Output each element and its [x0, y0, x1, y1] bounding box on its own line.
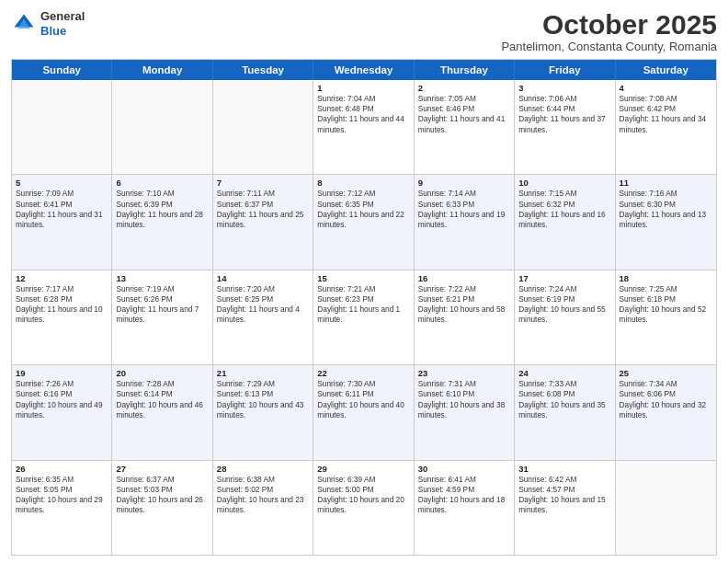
calendar-cell-10: 10Sunrise: 7:15 AMSunset: 6:32 PMDayligh… [515, 175, 615, 269]
calendar-cell-6: 6Sunrise: 7:10 AMSunset: 6:39 PMDaylight… [112, 175, 212, 269]
calendar-cell-2: 2Sunrise: 7:05 AMSunset: 6:46 PMDaylight… [415, 80, 515, 174]
day-info: Sunrise: 7:26 AMSunset: 6:16 PMDaylight:… [16, 379, 108, 420]
day-info: Sunrise: 6:37 AMSunset: 5:03 PMDaylight:… [116, 475, 208, 516]
calendar-cell-14: 14Sunrise: 7:20 AMSunset: 6:25 PMDayligh… [213, 270, 313, 364]
calendar-cell-31: 31Sunrise: 6:42 AMSunset: 4:57 PMDayligh… [515, 461, 615, 555]
title-area: October 2025 Pantelimon, Constanta Count… [501, 9, 717, 53]
day-info: Sunrise: 7:29 AMSunset: 6:13 PMDaylight:… [217, 379, 309, 420]
calendar-cell-25: 25Sunrise: 7:34 AMSunset: 6:06 PMDayligh… [616, 365, 716, 459]
day-number: 21 [217, 368, 309, 378]
day-number: 23 [418, 368, 510, 378]
day-info: Sunrise: 7:08 AMSunset: 6:42 PMDaylight:… [620, 94, 712, 135]
day-info: Sunrise: 7:06 AMSunset: 6:44 PMDaylight:… [518, 94, 610, 135]
header-day-tuesday: Tuesday [213, 60, 313, 80]
day-info: Sunrise: 7:21 AMSunset: 6:23 PMDaylight:… [317, 284, 409, 326]
calendar-cell-7: 7Sunrise: 7:11 AMSunset: 6:37 PMDaylight… [213, 175, 313, 269]
calendar-row: 19Sunrise: 7:26 AMSunset: 6:16 PMDayligh… [12, 364, 716, 459]
day-info: Sunrise: 6:41 AMSunset: 4:59 PMDaylight:… [418, 475, 510, 516]
calendar-cell-1: 1Sunrise: 7:04 AMSunset: 6:48 PMDaylight… [313, 80, 414, 174]
calendar-cell-9: 9Sunrise: 7:14 AMSunset: 6:33 PMDaylight… [415, 175, 515, 269]
calendar-cell-19: 19Sunrise: 7:26 AMSunset: 6:16 PMDayligh… [12, 365, 112, 459]
day-number: 22 [317, 368, 409, 378]
header-day-friday: Friday [515, 60, 615, 80]
day-info: Sunrise: 7:10 AMSunset: 6:39 PMDaylight:… [116, 189, 208, 230]
day-info: Sunrise: 6:42 AMSunset: 4:57 PMDaylight:… [518, 475, 610, 516]
day-info: Sunrise: 7:05 AMSunset: 6:46 PMDaylight:… [418, 94, 510, 135]
day-number: 30 [418, 464, 510, 474]
day-info: Sunrise: 7:24 AMSunset: 6:19 PMDaylight:… [518, 284, 610, 326]
day-number: 28 [217, 464, 309, 474]
day-info: Sunrise: 7:04 AMSunset: 6:48 PMDaylight:… [317, 94, 409, 135]
day-number: 4 [620, 83, 712, 93]
header-day-thursday: Thursday [415, 60, 515, 80]
day-number: 12 [16, 273, 108, 283]
calendar-cell-29: 29Sunrise: 6:39 AMSunset: 5:00 PMDayligh… [313, 461, 414, 555]
logo-icon [11, 11, 37, 37]
day-number: 26 [16, 464, 108, 474]
calendar-cell-17: 17Sunrise: 7:24 AMSunset: 6:19 PMDayligh… [515, 270, 615, 364]
day-number: 20 [116, 368, 208, 378]
page: General Blue October 2025 Pantelimon, Co… [0, 0, 728, 563]
calendar-cell-5: 5Sunrise: 7:09 AMSunset: 6:41 PMDaylight… [12, 175, 112, 269]
day-number: 24 [518, 368, 610, 378]
calendar-body: 1Sunrise: 7:04 AMSunset: 6:48 PMDaylight… [12, 80, 716, 555]
day-info: Sunrise: 7:11 AMSunset: 6:37 PMDaylight:… [217, 189, 309, 230]
logo: General Blue [11, 9, 85, 38]
day-number: 10 [518, 178, 610, 188]
day-info: Sunrise: 7:25 AMSunset: 6:18 PMDaylight:… [620, 284, 712, 326]
calendar-row: 5Sunrise: 7:09 AMSunset: 6:41 PMDaylight… [12, 174, 716, 269]
calendar-cell-15: 15Sunrise: 7:21 AMSunset: 6:23 PMDayligh… [313, 270, 414, 364]
day-number: 5 [16, 178, 108, 188]
calendar-cell-12: 12Sunrise: 7:17 AMSunset: 6:28 PMDayligh… [12, 270, 112, 364]
day-info: Sunrise: 7:19 AMSunset: 6:26 PMDaylight:… [116, 284, 208, 326]
day-number: 11 [620, 178, 712, 188]
day-number: 8 [317, 178, 409, 188]
calendar-cell-3: 3Sunrise: 7:06 AMSunset: 6:44 PMDaylight… [515, 80, 615, 174]
calendar-cell-13: 13Sunrise: 7:19 AMSunset: 6:26 PMDayligh… [112, 270, 212, 364]
day-number: 25 [620, 368, 712, 378]
calendar-row: 12Sunrise: 7:17 AMSunset: 6:28 PMDayligh… [12, 270, 716, 364]
day-number: 27 [116, 464, 208, 474]
day-info: Sunrise: 7:16 AMSunset: 6:30 PMDaylight:… [620, 189, 712, 230]
day-number: 3 [518, 83, 610, 93]
day-number: 17 [518, 273, 610, 283]
calendar-cell-empty [213, 80, 313, 174]
day-info: Sunrise: 7:31 AMSunset: 6:10 PMDaylight:… [418, 379, 510, 420]
day-number: 9 [418, 178, 510, 188]
calendar-row: 26Sunrise: 6:35 AMSunset: 5:05 PMDayligh… [12, 460, 716, 555]
calendar: SundayMondayTuesdayWednesdayThursdayFrid… [11, 59, 717, 556]
day-number: 18 [620, 273, 712, 283]
day-info: Sunrise: 7:28 AMSunset: 6:14 PMDaylight:… [116, 379, 208, 420]
calendar-cell-28: 28Sunrise: 6:38 AMSunset: 5:02 PMDayligh… [213, 461, 313, 555]
day-number: 19 [16, 368, 108, 378]
calendar-cell-16: 16Sunrise: 7:22 AMSunset: 6:21 PMDayligh… [415, 270, 515, 364]
calendar-cell-empty [616, 461, 716, 555]
day-info: Sunrise: 6:35 AMSunset: 5:05 PMDaylight:… [16, 475, 108, 516]
day-info: Sunrise: 6:39 AMSunset: 5:00 PMDaylight:… [317, 475, 409, 516]
calendar-cell-11: 11Sunrise: 7:16 AMSunset: 6:30 PMDayligh… [616, 175, 716, 269]
calendar-cell-18: 18Sunrise: 7:25 AMSunset: 6:18 PMDayligh… [616, 270, 716, 364]
day-info: Sunrise: 7:09 AMSunset: 6:41 PMDaylight:… [16, 189, 108, 230]
day-info: Sunrise: 7:33 AMSunset: 6:08 PMDaylight:… [518, 379, 610, 420]
day-number: 1 [317, 83, 409, 93]
day-info: Sunrise: 7:12 AMSunset: 6:35 PMDaylight:… [317, 189, 409, 230]
calendar-cell-8: 8Sunrise: 7:12 AMSunset: 6:35 PMDaylight… [313, 175, 414, 269]
day-info: Sunrise: 7:22 AMSunset: 6:21 PMDaylight:… [418, 284, 510, 326]
header-day-sunday: Sunday [12, 60, 112, 80]
day-number: 6 [116, 178, 208, 188]
header: General Blue October 2025 Pantelimon, Co… [11, 9, 717, 53]
day-number: 16 [418, 273, 510, 283]
logo-blue-text: Blue [40, 24, 85, 39]
day-number: 2 [418, 83, 510, 93]
calendar-cell-21: 21Sunrise: 7:29 AMSunset: 6:13 PMDayligh… [213, 365, 313, 459]
calendar-cell-empty [112, 80, 212, 174]
day-number: 15 [317, 273, 409, 283]
day-number: 13 [116, 273, 208, 283]
calendar-cell-27: 27Sunrise: 6:37 AMSunset: 5:03 PMDayligh… [112, 461, 212, 555]
day-info: Sunrise: 7:15 AMSunset: 6:32 PMDaylight:… [518, 189, 610, 230]
day-info: Sunrise: 7:34 AMSunset: 6:06 PMDaylight:… [620, 379, 712, 420]
day-info: Sunrise: 7:20 AMSunset: 6:25 PMDaylight:… [217, 284, 309, 326]
calendar-cell-4: 4Sunrise: 7:08 AMSunset: 6:42 PMDaylight… [616, 80, 716, 174]
calendar-header: SundayMondayTuesdayWednesdayThursdayFrid… [12, 60, 716, 80]
month-title: October 2025 [501, 9, 717, 40]
